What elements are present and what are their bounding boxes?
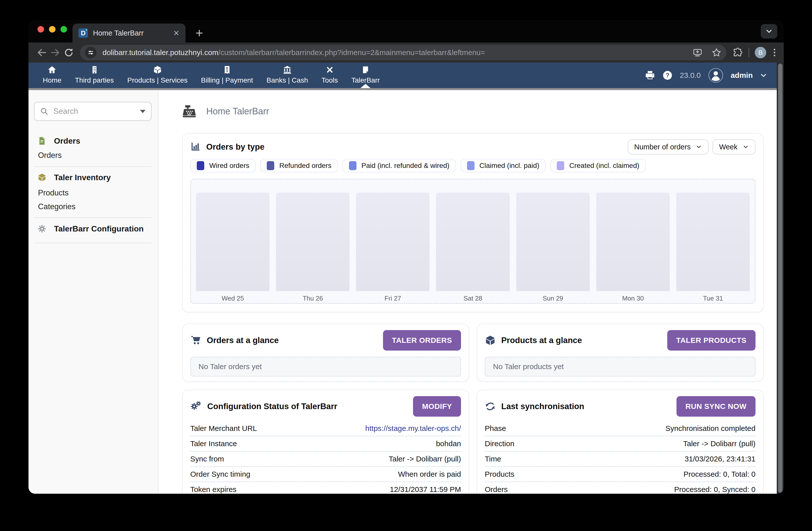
period-select[interactable]: Week (712, 139, 755, 154)
chart-legend: Wired orders Refunded orders Paid (incl.… (190, 159, 755, 172)
site-settings-icon[interactable] (85, 47, 97, 58)
table-row: Taler Instancebohdan (190, 436, 461, 452)
user-avatar-icon[interactable] (708, 67, 724, 83)
modify-button[interactable]: MODIFY (413, 396, 461, 417)
svg-text:$: $ (226, 70, 228, 73)
svg-text:?: ? (666, 72, 669, 79)
print-icon[interactable] (645, 70, 655, 81)
chart-x-axis-labels: Wed 25 Thu 26 Fri 27 Sat 28 Sun 29 Mon 3… (196, 291, 750, 302)
reload-button[interactable] (62, 46, 75, 59)
menu-banks-cash[interactable]: Banks | Cash (260, 62, 315, 88)
x-tick-label: Sun 29 (516, 291, 590, 302)
bookmark-star-icon[interactable] (711, 47, 722, 58)
chart-day-column (196, 193, 270, 291)
search-dropdown-icon[interactable] (140, 110, 145, 113)
inventory-cube-icon (38, 173, 46, 182)
legend-swatch (349, 161, 357, 170)
run-sync-now-button[interactable]: RUN SYNC NOW (677, 396, 755, 417)
main-menu-bar: Home Third parties Products | Services $… (29, 62, 777, 88)
table-row: PhaseSynchronisation completed (485, 421, 755, 436)
legend-swatch (197, 161, 204, 170)
sidebar-link-orders[interactable]: Orders (34, 150, 151, 161)
chart-plot-area: Wed 25 Thu 26 Fri 27 Sat 28 Sun 29 Mon 3… (190, 179, 755, 304)
reload-icon (63, 47, 74, 58)
scrollbar-thumb[interactable] (778, 64, 783, 493)
legend-item[interactable]: Claimed (incl. paid) (461, 159, 546, 172)
dolibarr-favicon-icon: D (78, 28, 88, 38)
page-scrollbar[interactable] (777, 62, 784, 494)
extensions-puzzle-icon[interactable] (733, 47, 743, 58)
legend-swatch (467, 161, 475, 170)
orders-glance-card: Orders at a glance TALER ORDERS No Taler… (182, 324, 469, 382)
menu-third-parties[interactable]: Third parties (68, 62, 121, 88)
products-glance-title: Products at a glance (501, 336, 582, 345)
user-menu-chevron-icon[interactable] (760, 72, 767, 79)
x-tick-label: Tue 31 (676, 291, 750, 302)
chart-day-column (596, 193, 670, 291)
back-arrow-icon (36, 47, 47, 58)
window-controls (38, 26, 67, 32)
forward-button[interactable] (48, 46, 62, 59)
sidebar-section-talerbarr-configuration[interactable]: TalerBarr Configuration (34, 223, 151, 234)
tab-close-icon[interactable]: ✕ (173, 29, 179, 38)
bank-icon (283, 65, 292, 74)
dolibarr-version: 23.0.0 (680, 71, 700, 80)
menu-home[interactable]: Home (36, 62, 68, 88)
gears-icon (190, 401, 202, 412)
browser-window: D Home TalerBarr ✕ + (29, 20, 784, 494)
sidebar-section-orders[interactable]: Orders (34, 135, 151, 146)
tab-search-button[interactable] (761, 24, 777, 39)
main-content: Home TalerBarr Orders by type Number of (159, 90, 777, 494)
sidebar-section-taler-inventory[interactable]: Taler Inventory (34, 172, 151, 183)
legend-item[interactable]: Wired orders (190, 159, 256, 172)
menu-products-services[interactable]: Products | Services (120, 62, 194, 88)
menu-billing-payment[interactable]: $ Billing | Payment (194, 62, 260, 88)
desktop-background: D Home TalerBarr ✕ + (0, 0, 812, 531)
table-row: Sync fromTaler -> Dolibarr (pull) (190, 452, 461, 467)
browser-tab[interactable]: D Home TalerBarr ✕ (72, 24, 186, 43)
table-row: OrdersProcessed: 0, Synced: 0 (485, 482, 755, 494)
tools-icon (325, 65, 334, 74)
product-cube-icon (485, 335, 496, 346)
menu-talerbarr[interactable]: TalerBarr (345, 62, 387, 88)
last-synchronisation-card: Last synchronisation RUN SYNC NOW PhaseS… (477, 390, 764, 494)
back-button[interactable] (35, 46, 48, 59)
cart-icon (190, 335, 201, 346)
x-tick-label: Mon 30 (596, 291, 670, 302)
chart-day-column (356, 193, 430, 291)
legend-item[interactable]: Refunded orders (260, 159, 338, 172)
taler-products-button[interactable]: TALER PRODUCTS (667, 330, 755, 351)
user-name[interactable]: admin (731, 71, 753, 80)
browser-menu-icon[interactable] (772, 49, 777, 56)
sidebar-search[interactable]: Search (34, 102, 151, 121)
sidebar-link-categories[interactable]: Categories (34, 201, 151, 212)
home-icon (47, 65, 57, 74)
install-app-icon[interactable] (693, 47, 702, 58)
last-sync-title: Last synchronisation (501, 402, 584, 411)
gear-icon (38, 224, 46, 233)
table-row: Token expires12/31/2037 11:59 PM (190, 482, 461, 494)
close-window-button[interactable] (38, 26, 44, 32)
taler-orders-button[interactable]: TALER ORDERS (383, 330, 461, 351)
legend-item[interactable]: Paid (incl. refunded & wired) (343, 159, 456, 172)
merchant-url-link[interactable]: https://stage.my.taler-ops.ch/ (365, 424, 461, 433)
chevron-down-icon (765, 27, 773, 36)
invoice-icon: $ (222, 65, 232, 74)
x-tick-label: Wed 25 (196, 291, 270, 302)
table-row: DirectionTaler -> Dolibarr (pull) (485, 436, 755, 452)
menu-tools[interactable]: Tools (315, 62, 345, 88)
help-icon[interactable]: ? (662, 70, 673, 81)
table-row: Taler Merchant URLhttps://stage.my.taler… (190, 421, 461, 436)
sidebar-link-products[interactable]: Products (34, 187, 151, 198)
minimize-window-button[interactable] (49, 26, 56, 32)
metric-select[interactable]: Number of orders (628, 139, 709, 154)
browser-profile-avatar[interactable]: B (755, 47, 766, 58)
x-tick-label: Thu 26 (276, 291, 349, 302)
tab-strip: D Home TalerBarr ✕ + (29, 20, 784, 43)
sync-icon (485, 401, 496, 412)
cash-register-icon (182, 105, 196, 118)
new-tab-button[interactable]: + (195, 26, 203, 40)
url-bar[interactable]: dolibarr.tutorial.taler.potuzhnyi.com/cu… (80, 45, 726, 60)
legend-item[interactable]: Created (incl. claimed) (550, 159, 646, 172)
zoom-window-button[interactable] (60, 26, 67, 32)
